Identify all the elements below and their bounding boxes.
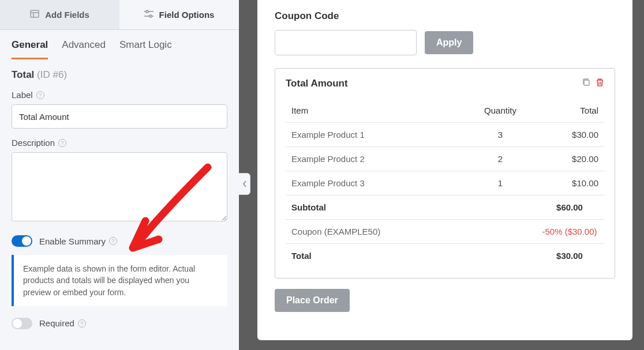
tab-label: Field Options bbox=[159, 10, 215, 20]
label-caption: Label bbox=[12, 90, 33, 100]
help-icon[interactable]: ? bbox=[109, 237, 117, 245]
field-name: Total bbox=[12, 69, 34, 80]
svg-rect-0 bbox=[31, 10, 39, 17]
tab-add-fields[interactable]: Add Fields bbox=[0, 0, 119, 29]
description-input[interactable] bbox=[12, 152, 227, 221]
help-icon[interactable]: ? bbox=[78, 319, 86, 328]
col-quantity: Quantity bbox=[466, 99, 535, 123]
tab-field-options[interactable]: Field Options bbox=[119, 0, 239, 29]
subtab-general[interactable]: General bbox=[12, 39, 48, 59]
svg-point-4 bbox=[146, 10, 148, 13]
add-fields-icon bbox=[30, 10, 39, 20]
sliders-icon bbox=[144, 10, 153, 20]
place-order-button[interactable]: Place Order bbox=[275, 289, 350, 312]
col-item: Item bbox=[286, 99, 466, 123]
field-id: (ID #6) bbox=[37, 69, 67, 80]
table-row: Example Product 2 2 $20.00 bbox=[286, 147, 604, 171]
total-row: Total $30.00 bbox=[286, 244, 604, 268]
enable-summary-label: Enable Summary bbox=[39, 236, 106, 246]
total-title: Total Amount bbox=[286, 78, 348, 89]
summary-info-box: Example data is shown in the form editor… bbox=[12, 255, 227, 306]
form-preview: Coupon Code Apply Total Amount Item Quan bbox=[257, 0, 632, 340]
trash-icon[interactable] bbox=[596, 78, 604, 89]
enable-summary-toggle[interactable] bbox=[12, 235, 32, 247]
field-title: Total (ID #6) bbox=[12, 69, 227, 81]
sidebar-panel: Add Fields Field Options General Advance… bbox=[0, 0, 239, 350]
subtab-advanced[interactable]: Advanced bbox=[62, 39, 106, 59]
coupon-code-label: Coupon Code bbox=[275, 10, 615, 22]
col-total: Total bbox=[535, 99, 604, 123]
svg-point-6 bbox=[149, 15, 152, 17]
subtotal-row: Subtotal $60.00 bbox=[286, 195, 604, 220]
subtab-smart-logic[interactable]: Smart Logic bbox=[119, 39, 172, 59]
help-icon[interactable]: ? bbox=[58, 139, 66, 147]
coupon-code-input[interactable] bbox=[275, 30, 417, 55]
svg-rect-7 bbox=[584, 80, 589, 85]
panel-tabs: Add Fields Field Options bbox=[0, 0, 239, 30]
total-amount-field[interactable]: Total Amount Item Quantity Total bbox=[275, 68, 615, 279]
table-row: Example Product 3 1 $10.00 bbox=[286, 171, 604, 195]
field-options-content: Total (ID #6) Label ? Description ? Enab… bbox=[0, 59, 239, 343]
required-toggle[interactable] bbox=[12, 318, 32, 329]
required-label: Required bbox=[39, 318, 74, 328]
label-input[interactable] bbox=[12, 104, 227, 129]
sub-tabs: General Advanced Smart Logic bbox=[0, 30, 239, 59]
tab-label: Add Fields bbox=[45, 10, 89, 20]
help-icon[interactable]: ? bbox=[36, 91, 44, 99]
apply-coupon-button[interactable]: Apply bbox=[425, 31, 473, 54]
table-row: Example Product 1 3 $30.00 bbox=[286, 123, 604, 147]
coupon-row: Coupon (EXAMPLE50) -50% ($30.00) bbox=[286, 220, 604, 244]
summary-table: Item Quantity Total Example Product 1 3 … bbox=[286, 99, 604, 268]
description-caption: Description bbox=[12, 138, 55, 148]
duplicate-icon[interactable] bbox=[582, 78, 591, 89]
collapse-panel-button[interactable] bbox=[239, 173, 250, 195]
